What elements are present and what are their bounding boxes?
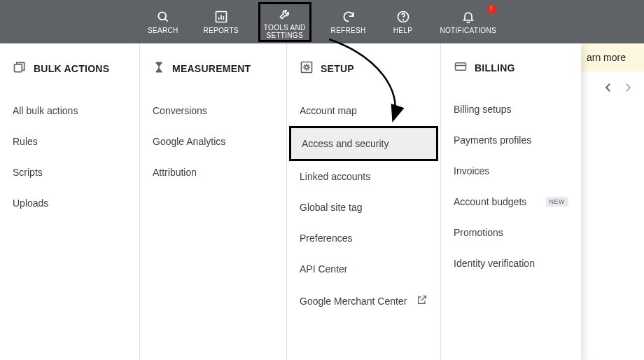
menu-item-label: Uploads [13, 198, 48, 209]
help-icon [396, 9, 410, 25]
menu-access-security[interactable]: Access and security [289, 126, 438, 161]
column-measurement: MEASUREMENT Conversions Google Analytics… [140, 43, 287, 360]
menu-item-label: Invoices [454, 165, 489, 176]
column-header-label: BILLING [475, 62, 515, 74]
menu-item-label: Google Merchant Center [300, 296, 407, 307]
svg-rect-11 [456, 63, 466, 71]
menu-google-analytics[interactable]: Google Analytics [153, 126, 274, 157]
menu-item-label: Promotions [454, 227, 503, 238]
svg-point-0 [158, 12, 166, 20]
pager [581, 71, 644, 106]
learn-more-text: arn more [587, 52, 626, 63]
bar-chart-icon [214, 9, 228, 25]
menu-item-label: Account map [300, 105, 357, 116]
menu-item-label: Payments profiles [454, 134, 531, 146]
chevron-left-icon[interactable] [602, 81, 615, 97]
svg-rect-9 [302, 62, 312, 73]
menu-google-merchant-center[interactable]: Google Merchant Center [287, 284, 440, 317]
gear-box-icon [300, 60, 314, 77]
toolbar-refresh-label: REFRESH [331, 27, 366, 34]
toolbar-search[interactable]: SEARCH [142, 2, 183, 42]
svg-line-1 [164, 19, 167, 22]
column-header: BILLING [454, 60, 568, 76]
svg-point-10 [305, 66, 309, 69]
search-icon [156, 9, 170, 25]
top-toolbar-items: SEARCH REPORTS TOOLS AND SETTINGS REFRES… [142, 2, 502, 42]
menu-item-label: Global site tag [300, 202, 363, 213]
menu-item-label: Scripts [13, 167, 43, 178]
column-header-label: SETUP [321, 63, 354, 74]
menu-identity-verification[interactable]: Identity verification [454, 248, 568, 279]
toolbar-tools-label: TOOLS AND SETTINGS [264, 24, 306, 39]
external-link-icon [416, 294, 428, 307]
column-header: MEASUREMENT [153, 60, 274, 77]
column-bulk-actions: BULK ACTIONS All bulk actions Rules Scri… [0, 43, 140, 360]
svg-point-7 [402, 20, 403, 20]
learn-more-banner[interactable]: arn more [581, 43, 644, 71]
toolbar-help-label: HELP [393, 27, 412, 34]
toolbar-search-label: SEARCH [148, 27, 178, 34]
column-header: SETUP [287, 60, 440, 77]
hourglass-icon [153, 60, 165, 77]
column-header-label: MEASUREMENT [172, 63, 251, 74]
toolbar-notifications-label: NOTIFICATIONS [440, 27, 496, 34]
toolbar-help[interactable]: HELP [386, 2, 421, 42]
menu-uploads[interactable]: Uploads [13, 188, 127, 219]
menu-global-site-tag[interactable]: Global site tag [287, 192, 440, 223]
menu-item-label: API Center [300, 263, 347, 275]
menu-all-bulk-actions[interactable]: All bulk actions [13, 95, 127, 126]
bell-icon [461, 9, 475, 25]
svg-rect-8 [15, 64, 22, 72]
column-setup: SETUP Account map Access and security Li… [287, 43, 441, 360]
notification-badge: ! [486, 4, 496, 14]
menu-item-label: Attribution [153, 167, 197, 178]
menu-rules[interactable]: Rules [13, 126, 127, 157]
column-billing: BILLING Billing setups Payments profiles… [441, 43, 581, 360]
menu-item-label: Google Analytics [153, 136, 225, 147]
new-badge: NEW [546, 197, 569, 207]
credit-card-icon [454, 60, 468, 76]
menu-item-label: Linked accounts [300, 171, 370, 182]
menu-item-label: Access and security [302, 138, 389, 149]
menu-item-label: Preferences [300, 233, 352, 244]
menu-promotions[interactable]: Promotions [454, 217, 568, 248]
toolbar-reports-label: REPORTS [204, 27, 239, 34]
wrench-icon [278, 6, 292, 22]
menu-item-label: Rules [13, 136, 38, 147]
menu-item-label: Conversions [153, 105, 207, 116]
right-panel: arn more [581, 43, 644, 360]
menu-item-label: Account budgets [454, 196, 526, 207]
menu-preferences[interactable]: Preferences [287, 223, 440, 254]
menu-billing-setups[interactable]: Billing setups [454, 94, 568, 125]
chevron-right-icon[interactable] [622, 81, 634, 97]
menu-attribution[interactable]: Attribution [153, 157, 274, 188]
menu-payments-profiles[interactable]: Payments profiles [454, 125, 568, 155]
toolbar-reports[interactable]: REPORTS [198, 2, 244, 42]
menu-api-center[interactable]: API Center [287, 254, 440, 284]
menu-conversions[interactable]: Conversions [153, 95, 274, 126]
menu-item-label: Billing setups [454, 104, 512, 115]
menu-account-map[interactable]: Account map [287, 95, 440, 126]
toolbar-refresh[interactable]: REFRESH [326, 2, 372, 42]
menu-scripts[interactable]: Scripts [13, 157, 127, 188]
refresh-icon [342, 9, 356, 25]
column-header-label: BULK ACTIONS [34, 63, 109, 74]
menu-account-budgets[interactable]: Account budgets NEW [454, 186, 568, 217]
column-header: BULK ACTIONS [13, 60, 127, 77]
menu-invoices[interactable]: Invoices [454, 155, 568, 186]
toolbar-notifications[interactable]: ! NOTIFICATIONS [435, 2, 502, 42]
menu-item-label: All bulk actions [13, 105, 78, 116]
toolbar-tools-settings[interactable]: TOOLS AND SETTINGS [258, 2, 312, 42]
tools-settings-menu: BULK ACTIONS All bulk actions Rules Scri… [0, 43, 581, 360]
menu-linked-accounts[interactable]: Linked accounts [287, 161, 440, 192]
top-toolbar: SEARCH REPORTS TOOLS AND SETTINGS REFRES… [0, 0, 644, 43]
layers-icon [13, 60, 27, 77]
menu-item-label: Identity verification [454, 258, 535, 269]
